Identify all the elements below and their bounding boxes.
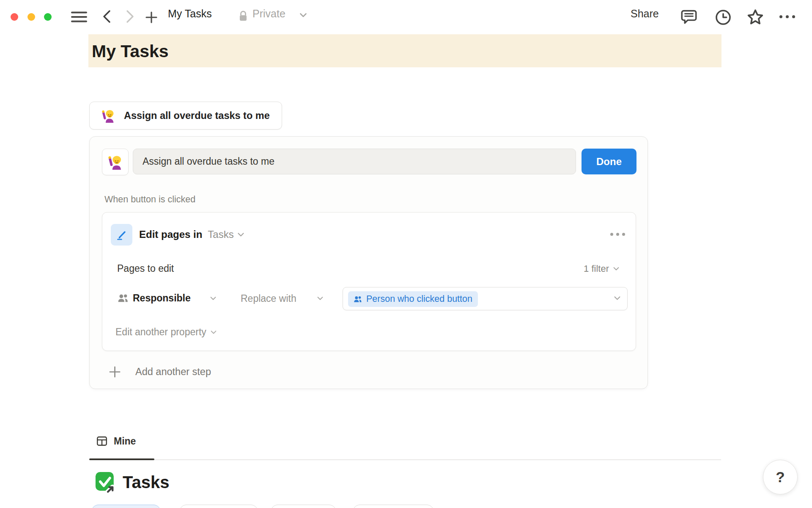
value-chip-label: Person who clicked button (366, 294, 472, 304)
value-select-chevron-down-icon (614, 296, 621, 301)
favorite-star-icon[interactable] (746, 8, 765, 26)
privacy-chevron-down-icon[interactable] (299, 13, 307, 18)
filter-pill[interactable] (353, 505, 434, 508)
window-toolbar: My Tasks Private Share (0, 0, 812, 28)
step-target-database[interactable]: Tasks (208, 229, 233, 240)
lock-icon (238, 10, 248, 22)
edit-another-chevron-down-icon (210, 330, 217, 334)
tab-bar-divider (89, 459, 721, 460)
pages-to-edit-label: Pages to edit (117, 263, 174, 274)
woman-raising-hand-emoji-icon (102, 109, 115, 123)
filter-count-label: 1 filter (584, 263, 609, 274)
filter-dropdown[interactable]: 1 filter (584, 263, 620, 274)
people-property-icon (118, 293, 129, 303)
automation-button[interactable]: Assign all overdue tasks to me (89, 102, 282, 130)
traffic-light-close[interactable] (11, 13, 18, 21)
filter-chevron-down-icon (613, 267, 620, 271)
target-chevron-down-icon[interactable] (237, 232, 244, 237)
forward-icon[interactable] (124, 9, 135, 24)
edit-another-property-label: Edit another property (115, 326, 206, 338)
updates-clock-icon[interactable] (715, 9, 732, 26)
trigger-label: When button is clicked (104, 194, 195, 205)
database-title: Tasks (94, 471, 169, 494)
automation-button-label: Assign all overdue tasks to me (124, 110, 270, 121)
back-icon[interactable] (101, 9, 112, 24)
active-tab-underline (89, 458, 154, 460)
filter-pill[interactable] (91, 505, 161, 508)
traffic-light-zoom[interactable] (44, 13, 52, 21)
people-blue-icon (354, 295, 362, 303)
edit-another-property-dropdown[interactable]: Edit another property (115, 326, 217, 338)
tasks-database-check-icon (94, 471, 116, 494)
done-button[interactable]: Done (582, 149, 636, 174)
comments-icon[interactable] (680, 9, 698, 26)
filter-pill[interactable] (271, 505, 336, 508)
share-button[interactable]: Share (631, 8, 659, 20)
sidebar-menu-icon[interactable] (71, 11, 87, 23)
new-page-icon[interactable] (145, 11, 158, 24)
step-action-label: Edit pages in (139, 229, 202, 240)
help-button[interactable]: ? (763, 460, 798, 494)
page-title: My Tasks (92, 41, 169, 61)
privacy-dropdown-label[interactable]: Private (252, 8, 285, 20)
add-another-step-label: Add another step (135, 366, 211, 378)
value-select[interactable]: Person who clicked button (343, 287, 628, 310)
breadcrumb-page-title[interactable]: My Tasks (168, 8, 212, 20)
property-dropdown[interactable]: Responsible (133, 293, 191, 304)
property-chevron-down-icon[interactable] (210, 296, 217, 301)
button-emoji-picker[interactable] (102, 149, 129, 175)
table-view-icon (96, 435, 108, 447)
database-title-label: Tasks (123, 473, 169, 492)
add-another-step-button[interactable]: Add another step (108, 365, 211, 378)
step-more-options-icon[interactable] (610, 233, 625, 236)
tab-mine-label: Mine (114, 436, 136, 447)
edit-pages-pencil-icon (111, 224, 132, 246)
value-chip[interactable]: Person who clicked button (348, 291, 478, 307)
traffic-light-minimize[interactable] (27, 13, 35, 21)
page-banner: My Tasks (88, 34, 721, 67)
operation-dropdown[interactable]: Replace with (241, 293, 296, 304)
more-options-icon[interactable] (779, 15, 795, 18)
automation-step-card: Edit pages in Tasks Pages to edit 1 filt… (102, 212, 636, 351)
filter-pill[interactable] (179, 505, 258, 508)
button-editor-panel: Done When button is clicked Edit pages i… (89, 136, 648, 389)
woman-raising-hand-emoji-icon (108, 155, 123, 170)
operation-chevron-down-icon[interactable] (317, 296, 324, 301)
tab-mine[interactable]: Mine (96, 435, 136, 447)
plus-icon (108, 365, 121, 378)
button-name-input[interactable] (133, 149, 576, 174)
